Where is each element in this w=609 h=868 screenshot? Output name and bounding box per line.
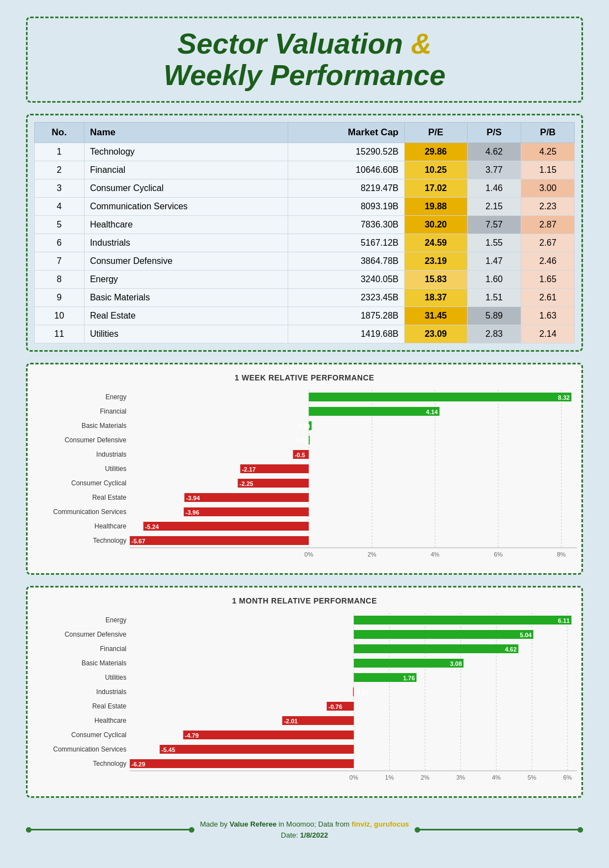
svg-text:Healthcare: Healthcare (94, 717, 126, 724)
cell-name: Technology (84, 143, 288, 161)
cell-mc: 8219.47B (288, 179, 404, 198)
cell-name: Industrials (84, 234, 288, 252)
svg-rect-43 (130, 536, 309, 545)
svg-text:5%: 5% (527, 774, 536, 781)
cell-name: Energy (84, 271, 288, 289)
svg-rect-40 (143, 522, 309, 531)
svg-text:5.04: 5.04 (520, 632, 532, 638)
svg-text:4.62: 4.62 (505, 646, 516, 653)
svg-text:-2.17: -2.17 (242, 466, 256, 473)
cell-ps: 7.57 (467, 216, 521, 234)
cell-pb: 2.61 (521, 289, 575, 307)
svg-text:Energy: Energy (105, 393, 126, 401)
cell-mc: 1875.28B (288, 307, 404, 325)
col-header-pb: P/B (521, 123, 575, 143)
svg-rect-63 (353, 616, 571, 624)
svg-text:-5.45: -5.45 (161, 747, 175, 753)
cell-ps: 5.89 (467, 307, 521, 325)
footer-in: in Moomoo; Data from (279, 820, 352, 828)
svg-text:-2.25: -2.25 (239, 480, 253, 487)
cell-mc: 3864.78B (288, 252, 404, 271)
svg-text:Communication Services: Communication Services (53, 508, 126, 516)
title-text-2: Weekly Performance (163, 59, 446, 91)
cell-no: 11 (34, 325, 84, 343)
chart1-section: 1 WEEK RELATIVE PERFORMANCE 0%2%4%6%8%10… (26, 363, 584, 575)
svg-text:2%: 2% (420, 774, 429, 781)
cell-no: 7 (34, 252, 84, 271)
svg-rect-93 (130, 759, 354, 768)
svg-text:1%: 1% (385, 774, 394, 781)
svg-text:2%: 2% (367, 551, 376, 558)
svg-text:-4.79: -4.79 (184, 732, 198, 739)
svg-text:Basic Materials: Basic Materials (81, 422, 126, 430)
cell-pe: 23.19 (404, 252, 467, 271)
cell-ps: 4.62 (467, 143, 521, 161)
sector-table: No. Name Market Cap P/E P/S P/B 1 Techno… (34, 122, 575, 343)
cell-no: 4 (34, 198, 84, 216)
cell-pb: 3.00 (521, 179, 575, 198)
svg-text:-3.94: -3.94 (186, 495, 200, 501)
col-header-pe: P/E (404, 123, 467, 143)
cell-ps: 1.47 (467, 252, 521, 271)
svg-text:Consumer Cyclical: Consumer Cyclical (71, 731, 126, 739)
cell-no: 8 (34, 271, 84, 289)
svg-text:8%: 8% (557, 551, 565, 558)
svg-text:4.14: 4.14 (426, 409, 438, 415)
cell-pe: 19.88 (404, 198, 467, 216)
table-row: 9 Basic Materials 2323.45B 18.37 1.51 2.… (34, 289, 575, 307)
cell-pe: 10.25 (404, 161, 467, 179)
table-row: 7 Consumer Defensive 3864.78B 23.19 1.47… (34, 252, 575, 271)
svg-text:3.08: 3.08 (450, 660, 462, 667)
table-row: 10 Real Estate 1875.28B 31.45 5.89 1.63 (34, 307, 575, 325)
cell-pb: 4.25 (521, 143, 575, 161)
svg-text:-5.24: -5.24 (145, 523, 159, 530)
svg-text:0%: 0% (304, 551, 313, 558)
cell-no: 1 (34, 143, 84, 161)
svg-text:Real Estate: Real Estate (92, 494, 126, 501)
svg-text:Financial: Financial (100, 645, 126, 653)
cell-name: Real Estate (84, 307, 288, 325)
chart1-title: 1 WEEK RELATIVE PERFORMANCE (39, 373, 571, 382)
svg-rect-69 (353, 644, 518, 653)
cell-mc: 15290.52B (288, 143, 404, 161)
svg-text:4%: 4% (431, 551, 439, 558)
svg-rect-22 (309, 436, 310, 444)
chart2-section: 1 MONTH RELATIVE PERFORMANCE 0%1%2%3%4%5… (26, 586, 584, 798)
col-header-name: Name (84, 123, 288, 143)
table-row: 8 Energy 3240.05B 15.83 1.60 1.65 (34, 271, 575, 289)
svg-text:Real Estate: Real Estate (92, 702, 126, 710)
table-row: 4 Communication Services 8093.19B 19.88 … (34, 198, 575, 216)
cell-mc: 7836.30B (288, 216, 404, 234)
col-header-ps: P/S (467, 123, 521, 143)
footer-line-left (26, 829, 195, 830)
table-row: 11 Utilities 1419.68B 23.09 2.83 2.14 (34, 325, 575, 343)
svg-text:-5.67: -5.67 (131, 538, 145, 544)
svg-rect-72 (353, 659, 463, 668)
svg-rect-87 (183, 731, 353, 739)
table-row: 6 Industrials 5167.12B 24.59 1.55 2.67 (34, 234, 575, 252)
title-line2: Weekly Performance (44, 60, 565, 91)
cell-pe: 15.83 (404, 271, 467, 289)
svg-text:Basic Materials: Basic Materials (81, 659, 126, 667)
cell-pe: 18.37 (404, 289, 467, 307)
cell-mc: 2323.45B (288, 289, 404, 307)
cell-name: Healthcare (84, 216, 288, 234)
cell-no: 6 (34, 234, 84, 252)
cell-name: Consumer Cyclical (84, 179, 288, 198)
title-amp: & (411, 28, 432, 60)
cell-name: Basic Materials (84, 289, 288, 307)
cell-no: 3 (34, 179, 84, 198)
svg-text:-3.96: -3.96 (185, 509, 199, 516)
footer-made-by: Made by (200, 820, 229, 828)
svg-text:8.32: 8.32 (558, 394, 569, 401)
svg-text:3%: 3% (456, 774, 465, 781)
svg-text:Utilities: Utilities (105, 674, 126, 681)
svg-rect-37 (183, 507, 308, 516)
cell-pb: 2.14 (521, 325, 575, 343)
svg-rect-66 (353, 630, 533, 639)
cell-pb: 1.65 (521, 271, 575, 289)
chart1-container: 0%2%4%6%8%10%Energy8.32Financial4.14Basi… (39, 390, 571, 564)
table-row: 1 Technology 15290.52B 29.86 4.62 4.25 (34, 143, 575, 161)
svg-rect-34 (184, 493, 309, 502)
cell-no: 10 (34, 307, 84, 325)
